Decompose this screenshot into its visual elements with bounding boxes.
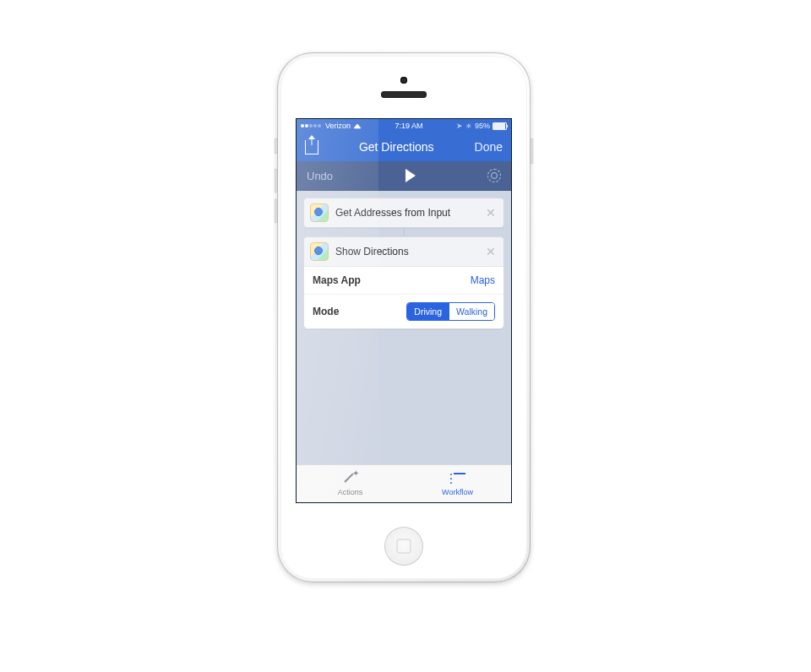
action-card-show-directions[interactable]: Show Directions ✕ Maps App Maps Mode Dri… (303, 236, 504, 329)
run-button[interactable] (333, 169, 487, 182)
share-icon[interactable] (305, 140, 318, 154)
gear-icon[interactable] (487, 169, 501, 182)
action-card-get-addresses[interactable]: Get Addresses from Input ✕ (303, 198, 504, 228)
mute-switch (275, 138, 277, 154)
play-icon (406, 169, 416, 182)
editor-toolbar: Undo (297, 161, 511, 191)
maps-icon (310, 242, 329, 261)
param-value[interactable]: Maps (471, 274, 495, 286)
param-label: Maps App (313, 274, 361, 286)
location-icon: ➤ (456, 122, 463, 130)
battery-icon (493, 122, 507, 130)
mode-option-walking[interactable]: Walking (449, 303, 494, 320)
earpiece-speaker (381, 91, 427, 98)
battery-percent: 95% (475, 122, 490, 130)
list-icon (450, 473, 465, 485)
mode-option-driving[interactable]: Driving (407, 303, 449, 320)
close-icon[interactable]: ✕ (484, 206, 498, 219)
action-title: Get Addresses from Input (335, 207, 477, 219)
maps-icon (310, 203, 329, 222)
volume-up-button (275, 169, 277, 192)
home-button[interactable] (384, 527, 423, 566)
status-bar: Verizon 7:19 AM ➤ ∗ 95% (297, 119, 511, 133)
tab-actions[interactable]: Actions (297, 465, 404, 502)
page-title: Get Directions (318, 140, 475, 154)
tab-bar: Actions Workflow (297, 464, 511, 502)
tab-label: Actions (338, 488, 363, 496)
tab-label: Workflow (442, 488, 473, 496)
bluetooth-icon: ∗ (465, 122, 472, 130)
power-button (531, 138, 533, 164)
done-button[interactable]: Done (475, 140, 503, 154)
wifi-icon (353, 123, 362, 128)
tab-workflow[interactable]: Workflow (404, 465, 511, 502)
navigation-bar: Get Directions Done (297, 133, 511, 161)
mode-segmented-control[interactable]: Driving Walking (406, 302, 495, 321)
wand-icon (343, 471, 358, 486)
workflow-canvas: Get Addresses from Input ✕ Show Directio… (297, 191, 511, 329)
undo-button[interactable]: Undo (307, 170, 333, 182)
signal-strength-icon (301, 124, 321, 127)
volume-down-button (275, 199, 277, 223)
close-icon[interactable]: ✕ (484, 245, 498, 258)
clock: 7:19 AM (362, 122, 456, 130)
param-row-mode: Mode Driving Walking (304, 295, 503, 328)
screen: Verizon 7:19 AM ➤ ∗ 95% Get Directions D… (296, 118, 512, 503)
carrier-label: Verizon (325, 122, 351, 130)
action-title: Show Directions (335, 246, 477, 257)
param-row-maps-app[interactable]: Maps App Maps (304, 267, 503, 295)
iphone-device-frame: Verizon 7:19 AM ➤ ∗ 95% Get Directions D… (277, 52, 531, 583)
param-label: Mode (313, 306, 339, 317)
front-camera (400, 77, 407, 84)
flow-connector (303, 228, 504, 236)
